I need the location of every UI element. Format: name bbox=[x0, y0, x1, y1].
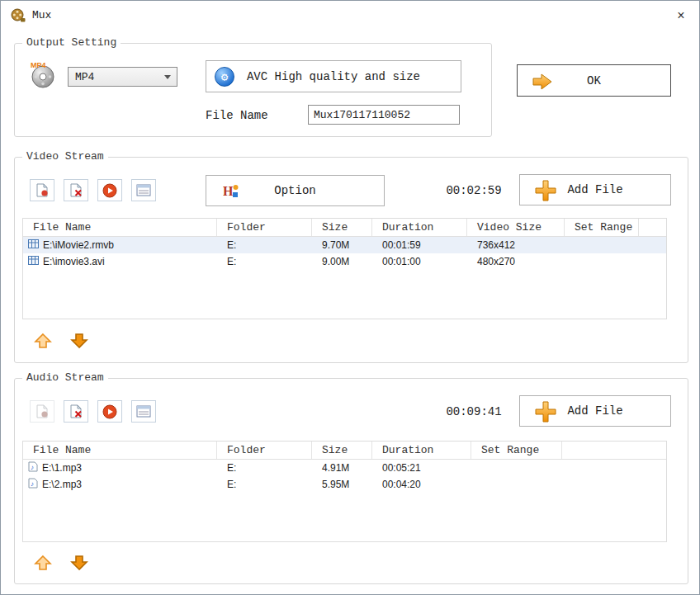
audio-table-row[interactable]: ♪ E:\2.mp3 E: 5.95M 00:04:20 bbox=[23, 476, 666, 493]
move-down-button[interactable] bbox=[69, 333, 89, 351]
add-document-button bbox=[30, 400, 54, 423]
cell-duration: 00:01:00 bbox=[372, 256, 467, 267]
column-header-duration[interactable]: Duration bbox=[372, 219, 467, 236]
move-up-button[interactable] bbox=[33, 555, 53, 573]
properties-button[interactable] bbox=[131, 400, 156, 423]
video-total-duration: 00:02:59 bbox=[428, 184, 520, 197]
audio-toolbar bbox=[30, 400, 156, 423]
video-table-header: File Name Folder Size Duration Video Siz… bbox=[23, 219, 666, 237]
up-arrow-icon bbox=[34, 555, 52, 571]
play-icon bbox=[102, 404, 117, 419]
delete-document-icon bbox=[69, 404, 83, 418]
chevron-down-icon bbox=[164, 75, 171, 79]
video-add-file-label: Add File bbox=[567, 183, 622, 196]
column-header-video-size[interactable]: Video Size bbox=[467, 219, 565, 236]
file-name-input[interactable] bbox=[308, 105, 460, 125]
video-toolbar bbox=[30, 179, 156, 201]
cell-file-name: E:\iMovie2.rmvb bbox=[43, 239, 114, 251]
column-header-folder[interactable]: Folder bbox=[217, 219, 312, 236]
column-header-duration[interactable]: Duration bbox=[372, 442, 471, 459]
output-format-select[interactable]: MP4 bbox=[68, 67, 177, 87]
close-button[interactable]: × bbox=[669, 4, 693, 27]
cell-size: 9.00M bbox=[312, 256, 372, 267]
output-setting-group: Output Setting MP4 MP4 ⚙ AVC High qualit… bbox=[14, 43, 492, 137]
mux-window: Mux × Output Setting MP4 MP4 ⚙ AVC High … bbox=[0, 0, 700, 595]
column-header-filler bbox=[562, 442, 666, 459]
audio-table-row[interactable]: ♪ E:\1.mp3 E: 4.91M 00:05:21 bbox=[23, 460, 666, 476]
option-button[interactable]: H Option bbox=[206, 175, 385, 206]
down-arrow-icon bbox=[70, 333, 88, 349]
svg-text:MP4: MP4 bbox=[31, 61, 46, 69]
down-arrow-icon bbox=[70, 555, 88, 571]
cell-file-name: E:\imovie3.avi bbox=[43, 256, 105, 267]
cell-size: 9.70M bbox=[312, 239, 372, 251]
delete-document-button[interactable] bbox=[64, 400, 88, 423]
column-header-file-name[interactable]: File Name bbox=[23, 442, 217, 459]
svg-text:H: H bbox=[223, 184, 234, 198]
plus-icon bbox=[535, 180, 556, 205]
cell-file-name: E:\1.mp3 bbox=[42, 462, 82, 474]
details-icon bbox=[136, 405, 151, 418]
audio-total-duration: 00:09:41 bbox=[428, 405, 520, 418]
play-preview-button[interactable] bbox=[97, 400, 122, 423]
video-file-icon bbox=[28, 238, 39, 252]
svg-text:♪: ♪ bbox=[31, 480, 34, 488]
column-header-folder[interactable]: Folder bbox=[217, 442, 312, 459]
arrow-right-icon bbox=[531, 72, 554, 95]
cell-size: 4.91M bbox=[312, 462, 372, 474]
video-stream-group: Video Stream bbox=[14, 157, 688, 363]
cell-folder: E: bbox=[217, 462, 312, 474]
format-selected-value: MP4 bbox=[75, 71, 94, 83]
cell-size: 5.95M bbox=[312, 479, 372, 490]
avc-quality-label: AVC High quality and size bbox=[247, 70, 420, 83]
output-setting-legend: Output Setting bbox=[22, 36, 121, 49]
video-file-table: File Name Folder Size Duration Video Siz… bbox=[22, 218, 667, 319]
video-move-buttons bbox=[33, 333, 89, 351]
cell-folder: E: bbox=[217, 479, 312, 490]
details-icon bbox=[136, 184, 151, 196]
audio-add-file-button[interactable]: Add File bbox=[519, 395, 671, 427]
cell-duration: 00:01:59 bbox=[372, 239, 467, 251]
move-down-button[interactable] bbox=[69, 555, 89, 573]
audio-file-icon: ♪ bbox=[28, 461, 38, 475]
cell-folder: E: bbox=[217, 239, 312, 251]
option-label: Option bbox=[274, 184, 315, 197]
delete-document-button[interactable] bbox=[64, 179, 88, 201]
video-stream-legend: Video Stream bbox=[22, 150, 108, 163]
column-header-set-range[interactable]: Set Range bbox=[471, 442, 562, 459]
cell-video-size: 480x270 bbox=[467, 256, 565, 267]
audio-table-header: File Name Folder Size Duration Set Range bbox=[23, 442, 666, 460]
audio-file-icon: ♪ bbox=[28, 478, 38, 491]
column-header-size[interactable]: Size bbox=[312, 219, 372, 236]
add-document-button[interactable] bbox=[30, 179, 54, 201]
delete-document-icon bbox=[69, 183, 83, 197]
plus-icon bbox=[535, 401, 556, 426]
video-file-icon bbox=[28, 255, 39, 268]
audio-file-table: File Name Folder Size Duration Set Range… bbox=[22, 441, 667, 542]
gear-icon: ⚙ bbox=[215, 67, 234, 87]
audio-stream-group: Audio Stream bbox=[14, 378, 688, 584]
cell-duration: 00:05:21 bbox=[372, 462, 471, 474]
cell-folder: E: bbox=[217, 256, 312, 267]
audio-move-buttons bbox=[33, 555, 89, 573]
video-add-file-button[interactable]: Add File bbox=[519, 174, 671, 205]
cell-duration: 00:04:20 bbox=[372, 479, 471, 490]
column-header-size[interactable]: Size bbox=[312, 442, 372, 459]
file-name-label: File Name bbox=[206, 109, 268, 122]
window-title: Mux bbox=[32, 9, 51, 21]
column-header-filler bbox=[639, 219, 666, 236]
play-icon bbox=[102, 183, 117, 198]
properties-button[interactable] bbox=[131, 179, 156, 201]
ok-button[interactable]: OK bbox=[517, 64, 671, 97]
up-arrow-icon bbox=[34, 333, 52, 349]
move-up-button[interactable] bbox=[33, 333, 53, 351]
mp4-disc-icon: MP4 bbox=[30, 60, 56, 89]
video-table-row[interactable]: E:\imovie3.avi E: 9.00M 00:01:00 480x270 bbox=[23, 253, 666, 270]
column-header-set-range[interactable]: Set Range bbox=[565, 219, 639, 236]
play-preview-button[interactable] bbox=[97, 179, 122, 201]
column-header-file-name[interactable]: File Name bbox=[23, 219, 217, 236]
audio-stream-legend: Audio Stream bbox=[22, 371, 108, 384]
avc-quality-button[interactable]: ⚙ AVC High quality and size bbox=[206, 60, 461, 92]
video-table-row[interactable]: E:\iMovie2.rmvb E: 9.70M 00:01:59 736x41… bbox=[23, 237, 666, 253]
ok-label: OK bbox=[587, 74, 601, 87]
